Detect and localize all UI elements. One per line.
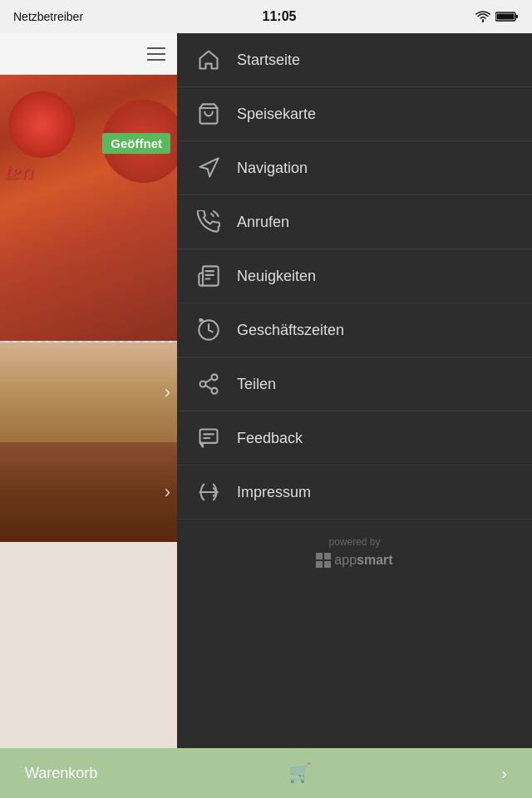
- chevron-right-icon: ›: [165, 382, 170, 403]
- svg-line-11: [205, 386, 212, 390]
- menu-label-anrufen: Anrufen: [237, 214, 289, 231]
- header-bar: [0, 33, 177, 75]
- food-section-2[interactable]: ›: [0, 442, 177, 542]
- menu-label-feedback: Feedback: [237, 430, 303, 447]
- bottom-bar[interactable]: Warenkorb 🛒 ›: [0, 748, 532, 798]
- menu-item-anrufen[interactable]: Anrufen: [177, 195, 532, 249]
- menu-item-geschaeftszeiten[interactable]: Geschäftszeiten: [177, 303, 532, 357]
- menu-item-speisekarte[interactable]: Speisekarte: [177, 87, 532, 141]
- menu-item-navigation[interactable]: Navigation: [177, 141, 532, 195]
- powered-by-label: powered by: [177, 536, 532, 548]
- svg-line-12: [205, 379, 212, 383]
- food-bg-top: Geöffnet ten: [0, 75, 177, 341]
- handshake-icon: [194, 477, 224, 507]
- navigation-icon: [194, 153, 224, 183]
- drawer-menu: Startseite Speisekarte Navigation: [177, 33, 532, 520]
- menu-label-startseite: Startseite: [237, 52, 300, 69]
- menu-label-geschaeftszeiten: Geschäftszeiten: [237, 322, 344, 339]
- main-content: Geöffnet ten › ›: [0, 33, 177, 748]
- menu-label-neuigkeiten: Neuigkeiten: [237, 268, 316, 285]
- appsmart-squares: [316, 553, 331, 568]
- menu-item-neuigkeiten[interactable]: Neuigkeiten: [177, 249, 532, 303]
- status-bar: Netzbetreiber 11:05: [0, 0, 532, 33]
- home-icon: [194, 45, 224, 75]
- geöffnet-badge: Geöffnet: [102, 133, 170, 154]
- menu-item-impressum[interactable]: Impressum: [177, 466, 532, 520]
- svg-rect-1: [497, 14, 515, 20]
- menu-label-impressum: Impressum: [237, 484, 311, 501]
- newspaper-icon: [194, 261, 224, 291]
- clock-icon: [194, 315, 224, 345]
- wifi-icon: [475, 11, 490, 22]
- cart-bottom-icon: 🛒: [288, 762, 311, 784]
- bottom-chevron-icon: ›: [501, 764, 507, 783]
- phone-icon: [194, 207, 224, 237]
- battery-icon: [495, 11, 519, 22]
- warenkorb-label: Warenkorb: [25, 765, 97, 782]
- food-section-1[interactable]: ›: [0, 342, 177, 442]
- cart-icon: [194, 99, 224, 129]
- italic-text: ten: [4, 158, 34, 185]
- menu-label-speisekarte: Speisekarte: [237, 106, 316, 123]
- menu-label-navigation: Navigation: [237, 160, 308, 177]
- drawer: Startseite Speisekarte Navigation: [177, 33, 532, 748]
- menu-item-startseite[interactable]: Startseite: [177, 33, 532, 87]
- svg-rect-2: [515, 15, 518, 18]
- svg-rect-13: [200, 430, 218, 443]
- time-label: 11:05: [263, 9, 297, 24]
- battery-area: [475, 11, 519, 22]
- menu-item-feedback[interactable]: Feedback: [177, 411, 532, 466]
- appsmart-name: appsmart: [334, 553, 392, 568]
- appsmart-logo: appsmart: [177, 553, 532, 568]
- carrier-label: Netzbetreiber: [13, 10, 83, 23]
- feedback-icon: [194, 423, 224, 453]
- powered-by: powered by appsmart: [177, 536, 532, 568]
- chevron-right-icon-2: ›: [165, 481, 170, 503]
- menu-label-teilen: Teilen: [237, 376, 276, 393]
- menu-item-teilen[interactable]: Teilen: [177, 357, 532, 411]
- hamburger-button[interactable]: [147, 47, 165, 61]
- share-icon: [194, 369, 224, 399]
